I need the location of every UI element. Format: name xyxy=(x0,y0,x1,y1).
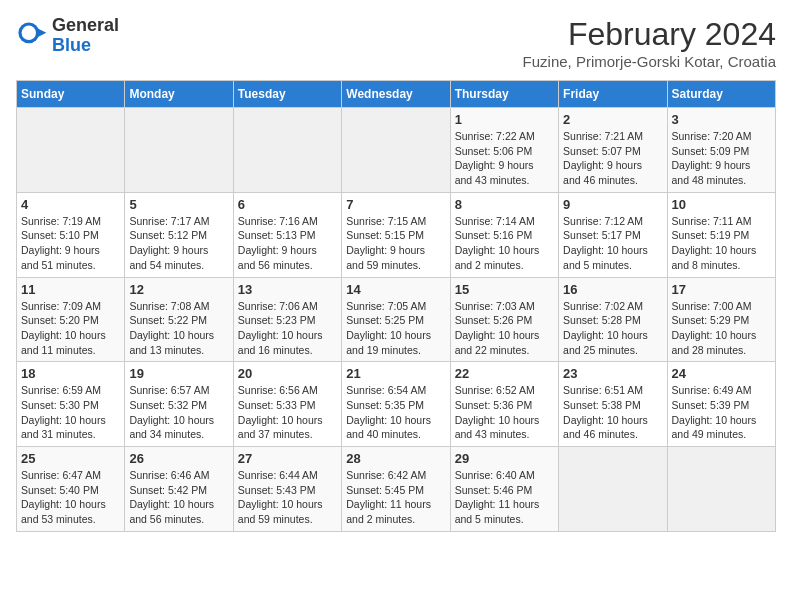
day-number: 13 xyxy=(238,282,337,297)
weekday-header-wednesday: Wednesday xyxy=(342,81,450,108)
day-number: 21 xyxy=(346,366,445,381)
calendar-cell: 4Sunrise: 7:19 AMSunset: 5:10 PMDaylight… xyxy=(17,192,125,277)
svg-point-1 xyxy=(22,25,36,39)
calendar-week-row: 11Sunrise: 7:09 AMSunset: 5:20 PMDayligh… xyxy=(17,277,776,362)
calendar-cell xyxy=(667,447,775,532)
calendar-cell: 2Sunrise: 7:21 AMSunset: 5:07 PMDaylight… xyxy=(559,108,667,193)
calendar-cell: 3Sunrise: 7:20 AMSunset: 5:09 PMDaylight… xyxy=(667,108,775,193)
day-number: 3 xyxy=(672,112,771,127)
day-info: Sunrise: 6:46 AMSunset: 5:42 PMDaylight:… xyxy=(129,468,228,527)
calendar-cell xyxy=(125,108,233,193)
day-number: 11 xyxy=(21,282,120,297)
weekday-header-tuesday: Tuesday xyxy=(233,81,341,108)
day-number: 10 xyxy=(672,197,771,212)
day-info: Sunrise: 6:44 AMSunset: 5:43 PMDaylight:… xyxy=(238,468,337,527)
day-info: Sunrise: 6:49 AMSunset: 5:39 PMDaylight:… xyxy=(672,383,771,442)
day-number: 14 xyxy=(346,282,445,297)
day-info: Sunrise: 7:11 AMSunset: 5:19 PMDaylight:… xyxy=(672,214,771,273)
calendar-cell xyxy=(17,108,125,193)
month-title: February 2024 xyxy=(523,16,776,53)
day-number: 6 xyxy=(238,197,337,212)
day-number: 23 xyxy=(563,366,662,381)
calendar-cell: 23Sunrise: 6:51 AMSunset: 5:38 PMDayligh… xyxy=(559,362,667,447)
day-number: 2 xyxy=(563,112,662,127)
calendar-cell: 28Sunrise: 6:42 AMSunset: 5:45 PMDayligh… xyxy=(342,447,450,532)
day-info: Sunrise: 7:19 AMSunset: 5:10 PMDaylight:… xyxy=(21,214,120,273)
svg-marker-2 xyxy=(37,28,47,38)
calendar-cell: 9Sunrise: 7:12 AMSunset: 5:17 PMDaylight… xyxy=(559,192,667,277)
day-info: Sunrise: 6:51 AMSunset: 5:38 PMDaylight:… xyxy=(563,383,662,442)
logo: General Blue xyxy=(16,16,119,56)
day-number: 20 xyxy=(238,366,337,381)
calendar-header: SundayMondayTuesdayWednesdayThursdayFrid… xyxy=(17,81,776,108)
calendar-cell: 14Sunrise: 7:05 AMSunset: 5:25 PMDayligh… xyxy=(342,277,450,362)
calendar-cell: 12Sunrise: 7:08 AMSunset: 5:22 PMDayligh… xyxy=(125,277,233,362)
day-number: 4 xyxy=(21,197,120,212)
calendar-cell: 19Sunrise: 6:57 AMSunset: 5:32 PMDayligh… xyxy=(125,362,233,447)
calendar-cell: 11Sunrise: 7:09 AMSunset: 5:20 PMDayligh… xyxy=(17,277,125,362)
calendar-cell: 21Sunrise: 6:54 AMSunset: 5:35 PMDayligh… xyxy=(342,362,450,447)
calendar-cell: 25Sunrise: 6:47 AMSunset: 5:40 PMDayligh… xyxy=(17,447,125,532)
day-info: Sunrise: 6:57 AMSunset: 5:32 PMDaylight:… xyxy=(129,383,228,442)
day-number: 18 xyxy=(21,366,120,381)
calendar-week-row: 1Sunrise: 7:22 AMSunset: 5:06 PMDaylight… xyxy=(17,108,776,193)
calendar-cell: 18Sunrise: 6:59 AMSunset: 5:30 PMDayligh… xyxy=(17,362,125,447)
day-number: 27 xyxy=(238,451,337,466)
weekday-header-row: SundayMondayTuesdayWednesdayThursdayFrid… xyxy=(17,81,776,108)
day-number: 5 xyxy=(129,197,228,212)
day-info: Sunrise: 6:47 AMSunset: 5:40 PMDaylight:… xyxy=(21,468,120,527)
calendar-cell: 1Sunrise: 7:22 AMSunset: 5:06 PMDaylight… xyxy=(450,108,558,193)
day-info: Sunrise: 6:59 AMSunset: 5:30 PMDaylight:… xyxy=(21,383,120,442)
location-title: Fuzine, Primorje-Gorski Kotar, Croatia xyxy=(523,53,776,70)
calendar-cell xyxy=(233,108,341,193)
calendar-cell: 24Sunrise: 6:49 AMSunset: 5:39 PMDayligh… xyxy=(667,362,775,447)
calendar-week-row: 18Sunrise: 6:59 AMSunset: 5:30 PMDayligh… xyxy=(17,362,776,447)
day-number: 12 xyxy=(129,282,228,297)
calendar-cell: 29Sunrise: 6:40 AMSunset: 5:46 PMDayligh… xyxy=(450,447,558,532)
day-number: 8 xyxy=(455,197,554,212)
weekday-header-saturday: Saturday xyxy=(667,81,775,108)
day-number: 24 xyxy=(672,366,771,381)
calendar-cell: 17Sunrise: 7:00 AMSunset: 5:29 PMDayligh… xyxy=(667,277,775,362)
header: General Blue February 2024 Fuzine, Primo… xyxy=(16,16,776,70)
calendar-cell: 10Sunrise: 7:11 AMSunset: 5:19 PMDayligh… xyxy=(667,192,775,277)
day-number: 17 xyxy=(672,282,771,297)
day-info: Sunrise: 6:56 AMSunset: 5:33 PMDaylight:… xyxy=(238,383,337,442)
calendar-week-row: 4Sunrise: 7:19 AMSunset: 5:10 PMDaylight… xyxy=(17,192,776,277)
calendar-body: 1Sunrise: 7:22 AMSunset: 5:06 PMDaylight… xyxy=(17,108,776,532)
day-info: Sunrise: 7:14 AMSunset: 5:16 PMDaylight:… xyxy=(455,214,554,273)
day-info: Sunrise: 6:40 AMSunset: 5:46 PMDaylight:… xyxy=(455,468,554,527)
day-info: Sunrise: 6:42 AMSunset: 5:45 PMDaylight:… xyxy=(346,468,445,527)
weekday-header-friday: Friday xyxy=(559,81,667,108)
calendar-cell xyxy=(559,447,667,532)
day-number: 7 xyxy=(346,197,445,212)
day-number: 26 xyxy=(129,451,228,466)
title-area: February 2024 Fuzine, Primorje-Gorski Ko… xyxy=(523,16,776,70)
calendar-cell: 15Sunrise: 7:03 AMSunset: 5:26 PMDayligh… xyxy=(450,277,558,362)
day-info: Sunrise: 6:52 AMSunset: 5:36 PMDaylight:… xyxy=(455,383,554,442)
calendar-cell: 8Sunrise: 7:14 AMSunset: 5:16 PMDaylight… xyxy=(450,192,558,277)
day-info: Sunrise: 7:15 AMSunset: 5:15 PMDaylight:… xyxy=(346,214,445,273)
day-info: Sunrise: 7:20 AMSunset: 5:09 PMDaylight:… xyxy=(672,129,771,188)
day-info: Sunrise: 7:03 AMSunset: 5:26 PMDaylight:… xyxy=(455,299,554,358)
weekday-header-monday: Monday xyxy=(125,81,233,108)
weekday-header-thursday: Thursday xyxy=(450,81,558,108)
day-info: Sunrise: 7:21 AMSunset: 5:07 PMDaylight:… xyxy=(563,129,662,188)
day-info: Sunrise: 7:00 AMSunset: 5:29 PMDaylight:… xyxy=(672,299,771,358)
calendar-cell: 6Sunrise: 7:16 AMSunset: 5:13 PMDaylight… xyxy=(233,192,341,277)
day-number: 29 xyxy=(455,451,554,466)
calendar: SundayMondayTuesdayWednesdayThursdayFrid… xyxy=(16,80,776,532)
day-info: Sunrise: 7:12 AMSunset: 5:17 PMDaylight:… xyxy=(563,214,662,273)
day-number: 19 xyxy=(129,366,228,381)
day-number: 1 xyxy=(455,112,554,127)
calendar-cell: 5Sunrise: 7:17 AMSunset: 5:12 PMDaylight… xyxy=(125,192,233,277)
calendar-cell: 22Sunrise: 6:52 AMSunset: 5:36 PMDayligh… xyxy=(450,362,558,447)
day-info: Sunrise: 7:22 AMSunset: 5:06 PMDaylight:… xyxy=(455,129,554,188)
logo-icon xyxy=(16,20,48,52)
day-info: Sunrise: 7:16 AMSunset: 5:13 PMDaylight:… xyxy=(238,214,337,273)
calendar-cell: 27Sunrise: 6:44 AMSunset: 5:43 PMDayligh… xyxy=(233,447,341,532)
logo-general-text: General xyxy=(52,16,119,36)
calendar-cell: 26Sunrise: 6:46 AMSunset: 5:42 PMDayligh… xyxy=(125,447,233,532)
weekday-header-sunday: Sunday xyxy=(17,81,125,108)
day-info: Sunrise: 7:08 AMSunset: 5:22 PMDaylight:… xyxy=(129,299,228,358)
